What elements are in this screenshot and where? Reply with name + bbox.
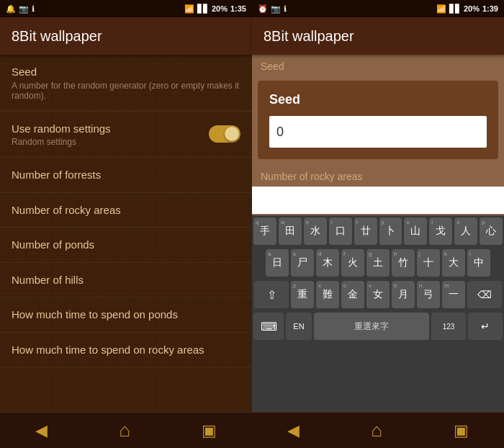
- key-lang[interactable]: EN: [286, 313, 312, 340]
- right-status-right: 📶 ▋▋ 20% 1:39: [436, 4, 498, 14]
- key-p-心[interactable]: p心: [480, 218, 503, 245]
- seed-dialog: Seed: [258, 81, 498, 159]
- key-u-山[interactable]: u山: [404, 218, 427, 245]
- left-home-button[interactable]: ⌂: [104, 413, 145, 447]
- key-c-金[interactable]: c金: [341, 281, 364, 308]
- key-space[interactable]: 重選來字: [314, 313, 429, 340]
- key-o-人[interactable]: o人: [454, 218, 477, 245]
- right-rocky-label: Number of rocky areas: [252, 165, 504, 185]
- key-y-卜[interactable]: y卜: [379, 218, 402, 245]
- key-keyboard-icon[interactable]: ⌨: [253, 313, 284, 340]
- right-info-icon: ℹ: [284, 4, 287, 14]
- settings-item-hills[interactable]: Number of hills: [0, 263, 252, 298]
- random-toggle[interactable]: [209, 125, 240, 143]
- settings-item-ponds[interactable]: Number of ponds: [0, 228, 252, 263]
- left-wifi-icon: 📶: [184, 4, 194, 14]
- right-panel: ⏰ 📷 ℹ 📶 ▋▋ 20% 1:39 8Bit wallpaper Seed …: [252, 0, 504, 448]
- seed-dialog-title: Seed: [269, 92, 487, 107]
- key-l-中[interactable]: l中: [467, 249, 490, 277]
- keyboard-row-4: ⌨ EN 重選來字 123 ↵: [252, 310, 504, 342]
- settings-item-time-rocky[interactable]: How much time to spend on rocky areas: [0, 333, 252, 368]
- left-status-right: 📶 ▋▋ 20% 1:35: [184, 4, 246, 14]
- right-signal-icon: ▋▋: [449, 4, 461, 14]
- keyboard-row-3: ⇧ z重 x難 c金 v女 b月 n弓 m一 ⌫: [252, 279, 504, 310]
- right-home-button[interactable]: ⌂: [356, 413, 397, 447]
- left-recent-button[interactable]: ▣: [187, 416, 231, 446]
- key-i-戈[interactable]: i戈: [429, 218, 452, 245]
- seed-subtitle: A number for the random generator (zero …: [12, 81, 240, 101]
- key-r-口[interactable]: r口: [329, 218, 352, 245]
- key-123[interactable]: 123: [431, 313, 466, 340]
- left-status-icons: 🔔 📷 ℹ: [6, 4, 35, 14]
- left-back-button[interactable]: ◀: [21, 416, 62, 446]
- left-signal-icon: ▋▋: [197, 4, 209, 14]
- key-t-廿[interactable]: t廿: [354, 218, 377, 245]
- key-s-尸[interactable]: s尸: [291, 249, 314, 277]
- right-app-title: 8Bit wallpaper: [264, 28, 354, 45]
- key-n-弓[interactable]: n弓: [417, 281, 440, 308]
- time-rocky-title: How much time to spend on rocky areas: [12, 343, 204, 357]
- key-b-月[interactable]: b月: [392, 281, 415, 308]
- settings-item-time-ponds[interactable]: How much time to spend on ponds: [0, 297, 252, 333]
- left-panel: 🔔 📷 ℹ 📶 ▋▋ 20% 1:35 8Bit wallpaper Seed …: [0, 0, 252, 448]
- right-seed-label: Seed: [252, 55, 504, 75]
- left-app-bar: 8Bit wallpaper: [0, 17, 252, 55]
- key-w-田[interactable]: w田: [279, 218, 302, 245]
- time-ponds-title: How much time to spend on ponds: [12, 308, 178, 322]
- right-alarm-icon: ⏰: [258, 4, 268, 14]
- right-wifi-icon: 📶: [436, 4, 446, 14]
- key-h-竹[interactable]: h竹: [392, 249, 415, 277]
- keyboard: q手 w田 e水 r口 t廿 y卜 u山 i戈 o人 p心 a日 s尸 d木 f…: [252, 215, 504, 412]
- left-bottom-nav: ◀ ⌂ ▣: [0, 412, 252, 448]
- seed-title: Seed: [12, 65, 240, 79]
- right-back-button[interactable]: ◀: [273, 416, 314, 446]
- seed-input[interactable]: [269, 116, 487, 148]
- key-v-女[interactable]: v女: [366, 281, 390, 308]
- left-battery: 20%: [212, 4, 228, 13]
- key-shift[interactable]: ⇧: [254, 281, 289, 308]
- key-m-一[interactable]: m一: [442, 281, 465, 308]
- left-notif-icon: 🔔: [6, 4, 16, 14]
- right-input-area[interactable]: [252, 187, 504, 214]
- key-g-土[interactable]: g土: [366, 249, 390, 277]
- left-time: 1:35: [230, 4, 246, 13]
- right-recent-button[interactable]: ▣: [439, 416, 483, 446]
- random-title: Use random settings: [12, 122, 111, 136]
- left-info-icon: ℹ: [32, 4, 35, 14]
- right-app-bar: 8Bit wallpaper: [252, 17, 504, 55]
- keyboard-row-1: q手 w田 e水 r口 t廿 y卜 u山 i戈 o人 p心: [252, 215, 504, 247]
- right-battery: 20%: [464, 4, 480, 13]
- key-delete[interactable]: ⌫: [467, 281, 502, 308]
- key-e-水[interactable]: e水: [304, 218, 327, 245]
- key-x-難[interactable]: x難: [316, 281, 339, 308]
- settings-item-forrests[interactable]: Number of forrests: [0, 158, 252, 193]
- settings-item-rocky[interactable]: Number of rocky areas: [0, 193, 252, 228]
- key-q-手[interactable]: q手: [253, 218, 276, 245]
- left-app-title: 8Bit wallpaper: [12, 28, 102, 45]
- right-bottom-nav: ◀ ⌂ ▣: [252, 412, 504, 448]
- key-a-日[interactable]: a日: [266, 249, 289, 277]
- random-subtitle: Random settings: [12, 137, 111, 147]
- settings-item-seed[interactable]: Seed A number for the random generator (…: [0, 55, 252, 112]
- right-screenshot-icon: 📷: [271, 4, 281, 14]
- key-k-大[interactable]: k大: [442, 249, 465, 277]
- right-status-bar: ⏰ 📷 ℹ 📶 ▋▋ 20% 1:39: [252, 0, 504, 17]
- key-f-火[interactable]: f火: [341, 249, 364, 277]
- key-j-十[interactable]: j十: [417, 249, 440, 277]
- right-time: 1:39: [482, 4, 498, 13]
- rocky-title: Number of rocky areas: [12, 203, 121, 218]
- right-status-icons: ⏰ 📷 ℹ: [258, 4, 287, 14]
- ponds-title: Number of ponds: [12, 238, 94, 252]
- hills-title: Number of hills: [12, 273, 84, 287]
- forrests-title: Number of forrests: [12, 168, 101, 182]
- left-settings-list: Seed A number for the random generator (…: [0, 55, 252, 412]
- settings-item-random[interactable]: Use random settings Random settings: [0, 112, 252, 158]
- left-screenshot-icon: 📷: [19, 4, 29, 14]
- key-z-重[interactable]: z重: [291, 281, 314, 308]
- keyboard-row-2: a日 s尸 d木 f火 g土 h竹 j十 k大 l中: [252, 247, 504, 279]
- key-enter[interactable]: ↵: [468, 313, 503, 340]
- key-d-木[interactable]: d木: [316, 249, 339, 277]
- left-status-bar: 🔔 📷 ℹ 📶 ▋▋ 20% 1:35: [0, 0, 252, 17]
